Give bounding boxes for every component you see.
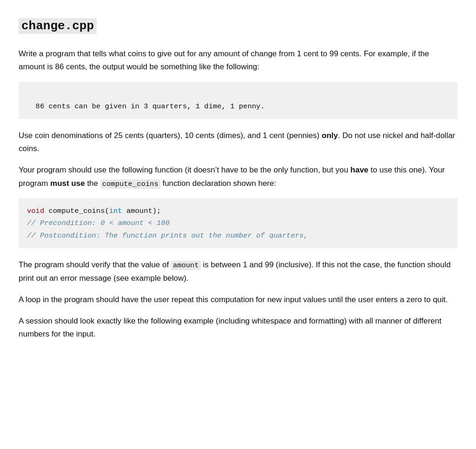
- verify-paragraph: The program should verify that the value…: [19, 258, 457, 285]
- title-code: change.cpp: [19, 18, 97, 34]
- code-line1-param: amount);: [122, 207, 161, 215]
- session-paragraph: A session should look exactly like the f…: [19, 315, 457, 341]
- function-desc-text4: function declaration shown here:: [160, 179, 277, 188]
- code-comment1: // Precondition: 0 < amount < 100: [27, 219, 170, 227]
- int-keyword: int: [109, 207, 122, 215]
- must-use-bold: must use: [50, 179, 85, 188]
- function-desc-paragraph: Your program should use the following fu…: [19, 164, 457, 190]
- page-title: change.cpp: [19, 15, 457, 36]
- compute-coins-inline: compute_coins: [100, 179, 160, 189]
- loop-paragraph: A loop in the program should have the us…: [19, 293, 457, 306]
- function-desc-text1: Your program should use the following fu…: [19, 165, 350, 174]
- example-output-text: 86 cents can be given in 3 quarters, 1 d…: [36, 102, 265, 111]
- denominations-paragraph: Use coin denominations of 25 cents (quar…: [19, 129, 457, 155]
- code-line1-rest: compute_coins(: [44, 207, 109, 215]
- code-comment2: // Postcondition: The function prints ou…: [27, 231, 308, 240]
- example-output-block: 86 cents can be given in 3 quarters, 1 d…: [19, 82, 457, 119]
- intro-paragraph: Write a program that tells what coins to…: [19, 47, 457, 73]
- function-desc-text3: the: [85, 179, 100, 188]
- only-bold: only: [322, 131, 338, 140]
- denominations-text-before: Use coin denominations of 25 cents (quar…: [19, 131, 322, 140]
- amount-inline: amount: [171, 261, 201, 270]
- void-keyword: void: [27, 207, 44, 215]
- function-declaration-block: void compute_coins(int amount); // Preco…: [19, 198, 457, 248]
- have-bold: have: [350, 165, 369, 174]
- verify-text1: The program should verify that the value…: [19, 260, 171, 269]
